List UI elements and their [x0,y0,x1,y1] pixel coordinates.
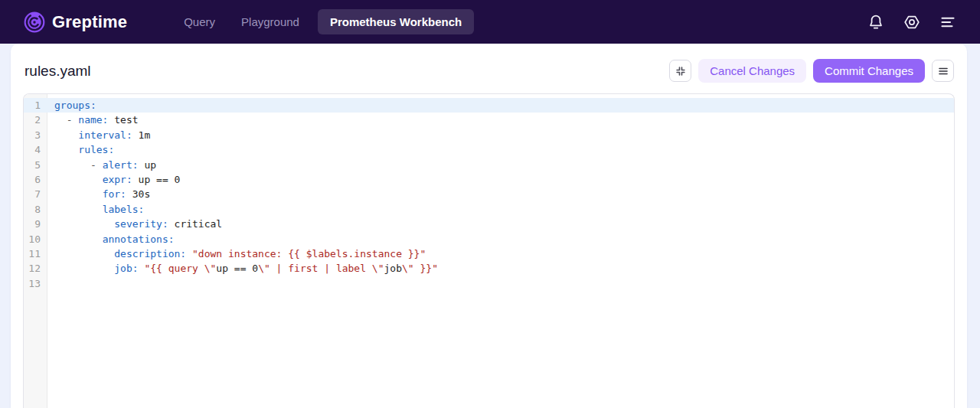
line-number: 9 [24,217,48,231]
line-content: job: "{{ query \"up == 0\" | first | lab… [48,261,954,276]
editor-menu-button[interactable] [932,60,954,82]
file-title: rules.yaml [24,63,91,80]
line-content: groups: [48,98,954,113]
code-line[interactable]: 4 rules: [24,142,954,157]
code-line[interactable]: 7 for: 30s [24,187,954,201]
collapse-expand-icon [675,65,687,77]
line-number: 6 [24,172,48,187]
line-number: 4 [24,142,48,157]
brand-name: Greptime [52,12,127,32]
toolbar-actions: Cancel Changes Commit Changes [669,59,954,83]
nav-prometheus-workbench[interactable]: Prometheus Workbench [318,9,474,34]
line-number: 5 [24,158,48,172]
settings-hexagon-icon[interactable] [903,13,921,31]
code-line[interactable]: 1groups: [24,98,954,113]
code-line[interactable]: 13 [24,276,954,291]
code-line[interactable]: 5 - alert: up [24,158,954,172]
line-number: 8 [24,202,48,217]
code-line[interactable]: 12 job: "{{ query \"up == 0\" | first | … [24,261,954,276]
cancel-changes-button[interactable]: Cancel Changes [698,59,806,83]
line-content: rules: [48,142,954,157]
code-line[interactable]: 9 severity: critical [24,217,954,231]
line-content: description: "down instance: {{ $labels.… [48,246,954,261]
code-line[interactable]: 10 annotations: [24,232,954,246]
editor-toolbar: rules.yaml Cancel Changes Commit Changes [11,44,967,95]
line-number: 11 [24,246,48,261]
line-content: - name: test [48,113,954,127]
code-line[interactable]: 11 description: "down instance: {{ $labe… [24,246,954,261]
main-nav: QueryPlaygroundPrometheus Workbench [176,9,474,34]
brand-logo[interactable]: Greptime [23,11,127,34]
editor-lines: 1groups:2 - name: test3 interval: 1m4 ru… [24,94,954,291]
code-line[interactable]: 2 - name: test [24,113,954,127]
menu-lines-icon[interactable] [939,13,957,31]
line-number: 2 [24,113,48,127]
code-line[interactable]: 3 interval: 1m [24,128,954,142]
line-number: 12 [24,261,48,276]
collapse-expand-button[interactable] [669,60,691,82]
line-content: severity: critical [48,217,954,231]
line-number: 7 [24,187,48,201]
line-number: 10 [24,232,48,246]
header-icons [867,13,957,31]
line-number: 3 [24,128,48,142]
nav-query[interactable]: Query [176,9,223,34]
greptime-logo-icon [23,11,46,34]
line-number: 13 [24,276,48,291]
line-content [48,276,954,291]
workbench-card: rules.yaml Cancel Changes Commit Changes [11,44,967,408]
code-line[interactable]: 6 expr: up == 0 [24,172,954,187]
line-content: for: 30s [48,187,954,201]
line-content: labels: [48,202,954,217]
line-content: interval: 1m [48,128,954,142]
notification-bell-icon[interactable] [867,13,885,31]
commit-changes-button[interactable]: Commit Changes [813,59,925,83]
app-header: Greptime QueryPlaygroundPrometheus Workb… [0,0,980,44]
code-line[interactable]: 8 labels: [24,202,954,217]
line-content: annotations: [48,232,954,246]
nav-playground[interactable]: Playground [234,9,307,34]
line-content: - alert: up [48,158,954,172]
line-number: 1 [24,98,48,113]
editor-menu-icon [937,65,949,77]
yaml-editor[interactable]: 1groups:2 - name: test3 interval: 1m4 ru… [23,93,955,408]
line-content: expr: up == 0 [48,172,954,187]
